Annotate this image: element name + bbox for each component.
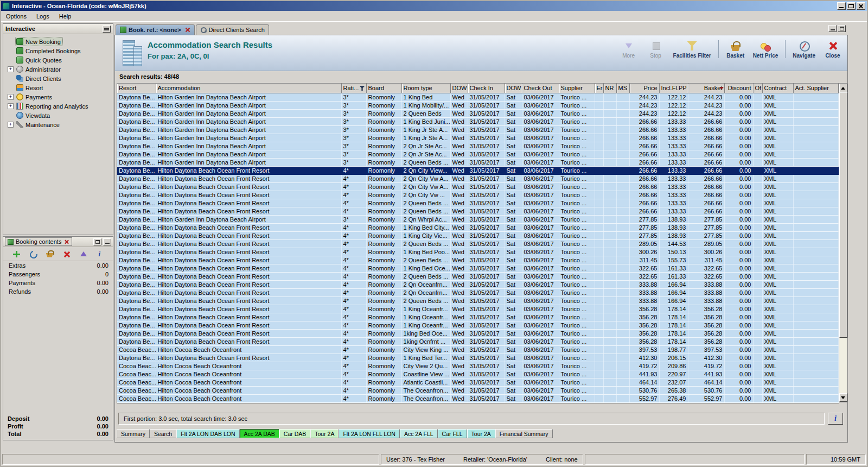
expand-icon[interactable]: +	[8, 103, 14, 109]
bottom-tab-financial-summary[interactable]: Financial Summary	[495, 429, 553, 438]
toolbar-button-stop[interactable]: Stop	[644, 39, 667, 59]
table-row[interactable]: Daytona Be...Hilton Daytona Beach Ocean …	[117, 166, 838, 174]
expand-icon[interactable]: +	[8, 122, 14, 128]
move-item-up-button[interactable]	[79, 249, 88, 259]
sidebar-item-quick-quotes[interactable]: Quick Quotes	[4, 55, 112, 65]
column-header-check-out[interactable]: Check Out	[522, 84, 559, 93]
move-to-basket-button[interactable]	[45, 249, 55, 259]
table-row[interactable]: Daytona Be...Hilton Daytona Beach Ocean …	[117, 239, 838, 248]
column-header-room-type[interactable]: Room type	[401, 84, 450, 93]
table-row[interactable]: Daytona Be...Hilton Daytona Beach Ocean …	[117, 288, 838, 296]
table-row[interactable]: Daytona Be...Hilton Daytona Beach Ocean …	[117, 272, 838, 280]
bottom-tab-car-fll[interactable]: Car FLL	[438, 429, 467, 438]
table-row[interactable]: Daytona Be...Hilton Daytona Beach Ocean …	[117, 191, 838, 199]
sidebar-item-maintenance[interactable]: +Maintenance	[4, 120, 112, 129]
toolbar-button-navigate[interactable]: Navigate	[791, 39, 817, 59]
scroll-down-button[interactable]	[839, 393, 847, 402]
bottom-tab-tour-2a[interactable]: Tour 2A	[467, 429, 495, 438]
bottom-tab-acc-2a-fll[interactable]: Acc 2A FLL	[400, 429, 438, 438]
column-header-resort[interactable]: Resort	[117, 84, 156, 93]
table-row[interactable]: Daytona Be...Hilton Daytona Beach Ocean …	[117, 174, 838, 182]
sidebar-item-resort[interactable]: Resort	[4, 83, 112, 92]
table-row[interactable]: Daytona Be...Hilton Garden Inn Daytona B…	[117, 215, 838, 223]
toolbar-button-more[interactable]: More	[617, 39, 640, 59]
table-row[interactable]: Daytona Be...Hilton Daytona Beach Ocean …	[117, 321, 838, 329]
table-row[interactable]: Daytona Be...Hilton Garden Inn Daytona B…	[117, 134, 838, 142]
table-row[interactable]: Daytona Be...Hilton Daytona Beach Ocean …	[117, 264, 838, 272]
table-row[interactable]: Cocoa Beac...Hilton Cocoa Beach Oceanfro…	[117, 386, 838, 394]
toolbar-button-facilities-filter[interactable]: Facilities Filter	[672, 39, 713, 59]
table-row[interactable]: Daytona Be...Hilton Garden Inn Daytona B…	[117, 101, 838, 109]
table-row[interactable]: Daytona Be...Hilton Daytona Beach Ocean …	[117, 305, 838, 313]
bottom-tab-flt-2a-lon-fll-lon[interactable]: Flt 2A LON FLL LON	[339, 429, 399, 438]
table-row[interactable]: Daytona Be...Hilton Garden Inn Daytona B…	[117, 142, 838, 150]
sidebar-item-completed-bookings[interactable]: Completed Bookings	[4, 46, 112, 55]
sidebar-item-reporting-and-analytics[interactable]: +Reporting and Analytics	[4, 102, 112, 111]
table-row[interactable]: Daytona Be...Hilton Garden Inn Daytona B…	[117, 93, 838, 101]
main-panel-minimize-button[interactable]	[828, 25, 837, 32]
table-row[interactable]: Daytona Be...Hilton Daytona Beach Ocean …	[117, 248, 838, 256]
sidebar-item-direct-clients[interactable]: Direct Clients	[4, 74, 112, 83]
doc-tab-book-ref-none[interactable]: Book. ref.: <none>	[116, 24, 195, 35]
table-row[interactable]: Daytona Be...Hilton Daytona Beach Ocean …	[117, 231, 838, 239]
table-row[interactable]: Daytona Be...Hilton Daytona Beach Ocean …	[117, 223, 838, 231]
column-header-discount[interactable]: Discount	[724, 84, 753, 93]
menu-item-logs[interactable]: Logs	[31, 11, 54, 21]
table-row[interactable]: Daytona Be...Hilton Daytona Beach Ocean …	[117, 256, 838, 264]
table-row[interactable]: Daytona Be...Hilton Daytona Beach Ocean …	[117, 337, 838, 345]
vertical-scrollbar[interactable]	[839, 83, 848, 402]
bottom-tab-acc-2a-dab[interactable]: Acc 2A DAB	[240, 429, 279, 438]
main-panel-maximize-button[interactable]	[838, 25, 846, 32]
column-header-basket[interactable]: Basket	[688, 84, 724, 93]
table-row[interactable]: Cocoa Beac...Hilton Cocoa Beach Oceanfro…	[117, 345, 838, 354]
booking-panel-minimize-button[interactable]	[103, 238, 111, 245]
table-row[interactable]: Daytona Be...Hilton Daytona Beach Ocean …	[117, 182, 838, 191]
menu-item-help[interactable]: Help	[54, 11, 76, 21]
doc-tab-direct-clients-search[interactable]: Direct Clients Search	[196, 24, 269, 35]
toolbar-button-basket[interactable]: Basket	[724, 39, 747, 59]
column-header-of[interactable]: Of	[753, 84, 762, 93]
expand-icon[interactable]: +	[8, 94, 14, 100]
table-row[interactable]: Cocoa Beac...Hilton Cocoa Beach Oceanfro…	[117, 362, 838, 370]
sidebar-item-payments[interactable]: +Payments	[4, 92, 112, 102]
interactive-panel-pin-button[interactable]	[103, 26, 111, 33]
column-header-accommodation[interactable]: Accommodation	[156, 84, 341, 93]
table-row[interactable]: Daytona Be...Hilton Garden Inn Daytona B…	[117, 150, 838, 158]
expand-icon[interactable]: +	[8, 66, 14, 72]
table-row[interactable]: Cocoa Beac...Hilton Cocoa Beach Oceanfro…	[117, 370, 838, 378]
table-row[interactable]: Cocoa Beac...Hilton Cocoa Beach Oceanfro…	[117, 394, 838, 402]
table-row[interactable]: Daytona Be...Hilton Daytona Beach Ocean …	[117, 199, 838, 207]
booking-info-button[interactable]	[95, 249, 105, 259]
table-row[interactable]: Daytona Be...Hilton Garden Inn Daytona B…	[117, 109, 838, 117]
bottom-tab-summary[interactable]: Summary	[117, 429, 150, 438]
scroll-up-button[interactable]	[839, 84, 847, 92]
filter-icon[interactable]	[360, 86, 365, 91]
table-row[interactable]: Daytona Be...Hilton Daytona Beach Ocean …	[117, 354, 838, 362]
column-header-rati[interactable]: Rati...	[341, 84, 366, 93]
toolbar-button-close[interactable]: Close	[821, 39, 844, 59]
table-row[interactable]: Daytona Be...Hilton Garden Inn Daytona B…	[117, 117, 838, 125]
booking-contents-tab[interactable]: Booking contents	[5, 237, 72, 246]
booking-panel-maximize-button[interactable]	[93, 238, 101, 245]
toolbar-button-nett-price[interactable]: Nett Price	[751, 39, 780, 59]
info-button[interactable]: i	[828, 413, 843, 425]
column-header-incl-fl-pp[interactable]: Incl.Fl.PP	[659, 84, 688, 93]
bottom-tab-flt-2a-lon-dab-lon[interactable]: Flt 2A LON DAB LON	[176, 429, 239, 438]
maximize-window-button[interactable]	[847, 2, 856, 10]
table-row[interactable]: Daytona Be...Hilton Daytona Beach Ocean …	[117, 280, 838, 288]
table-row[interactable]: Daytona Be...Hilton Garden Inn Daytona B…	[117, 158, 838, 166]
delete-booking-item-button[interactable]	[62, 249, 72, 259]
table-row[interactable]: Daytona Be...Hilton Daytona Beach Ocean …	[117, 313, 838, 321]
refresh-booking-button[interactable]	[28, 249, 38, 259]
menu-item-options[interactable]: Options	[1, 11, 31, 21]
bottom-tab-search[interactable]: Search	[150, 429, 176, 438]
column-header-check-in[interactable]: Check In	[468, 84, 505, 93]
minimize-window-button[interactable]	[837, 2, 846, 10]
close-window-button[interactable]	[857, 2, 865, 10]
sidebar-item-administrator[interactable]: +Administrator	[4, 65, 112, 74]
column-header-board[interactable]: Board	[366, 84, 401, 93]
close-tab-icon[interactable]	[185, 27, 190, 33]
scrollbar-thumb[interactable]	[839, 92, 847, 338]
column-header-er[interactable]: Er	[595, 84, 603, 93]
column-header-dow[interactable]: DOW	[450, 84, 468, 93]
